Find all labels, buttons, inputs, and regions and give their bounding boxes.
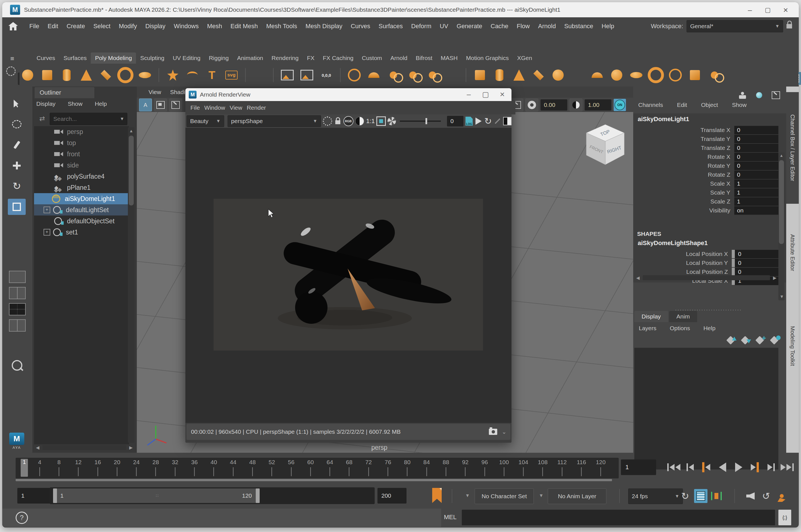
shelf-icon-poly-disc[interactable]	[137, 67, 153, 83]
timeline-tick-116[interactable]: 116	[577, 459, 586, 476]
outliner-item-defaultobjectset[interactable]: + defaultObjectSet	[34, 215, 129, 227]
layer-tab-display[interactable]: Display	[634, 311, 668, 322]
shelf-icon-quad-draw[interactable]	[570, 67, 586, 83]
render-view-area[interactable]	[185, 128, 511, 423]
anim-layer-caret[interactable]: ▼	[539, 493, 544, 498]
camera-attributes-icon[interactable]	[169, 98, 182, 111]
channel-box-scrollbar[interactable]: ▲	[778, 152, 784, 300]
exposure-value-field[interactable]: 0	[447, 116, 463, 127]
shelf-tab-curves[interactable]: Curves	[32, 53, 59, 64]
display-layer-list[interactable]	[634, 348, 778, 470]
shelf-icon-nurbs-circle[interactable]	[346, 67, 362, 83]
menu-item-arnold[interactable]: Arnold	[534, 20, 560, 32]
alpha-channel-icon[interactable]	[355, 116, 364, 127]
shelf-icon-smooth[interactable]	[609, 67, 625, 83]
channel-row-visibility[interactable]: Visibility on	[633, 206, 778, 215]
timeline-tick-68[interactable]: 68	[346, 459, 352, 476]
time-slider[interactable]: 1 48121620242832364044485256606468727680…	[16, 458, 619, 478]
menu-item-edit[interactable]: Edit	[43, 20, 62, 32]
ab-compare-icon[interactable]	[503, 116, 511, 127]
log-display-icon[interactable]: LOG	[465, 116, 473, 127]
shelf-icon-poly-torus[interactable]	[117, 67, 133, 83]
timeline-tick-40[interactable]: 40	[210, 459, 217, 476]
menu-item-flow[interactable]: Flow	[513, 20, 534, 32]
move-layer-up-icon[interactable]	[726, 336, 737, 345]
layout-persp-outliner-button[interactable]	[9, 319, 26, 331]
shelf-icon-poly-cube[interactable]	[39, 67, 55, 83]
current-frame-field[interactable]: 1	[621, 459, 656, 475]
outliner-item-persp[interactable]: + persp	[34, 126, 129, 137]
crop-region-icon[interactable]	[376, 116, 386, 127]
expand-icon[interactable]: +	[43, 229, 50, 235]
isolate-selected-icon[interactable]	[493, 116, 501, 127]
expand-icon[interactable]: +	[43, 207, 50, 213]
step-back-frame-button[interactable]	[682, 459, 698, 475]
range-start-handle[interactable]	[53, 489, 57, 503]
current-time-indicator[interactable]: 1	[21, 459, 28, 477]
outliner-item-pplane1[interactable]: + pPlane1	[34, 182, 129, 193]
timeline-tick-64[interactable]: 64	[327, 459, 333, 476]
minimize-button[interactable]	[744, 4, 756, 16]
channel-box-menu-channels[interactable]: Channels	[637, 100, 664, 110]
outliner-horizontal-scrollbar[interactable]: ◀▶	[34, 444, 134, 451]
channel-box-menu-edit[interactable]: Edit	[676, 100, 688, 110]
timeline-tick-108[interactable]: 108	[538, 459, 547, 476]
timeline-tick-80[interactable]: 80	[404, 459, 410, 476]
menu-item-windows[interactable]: Windows	[170, 20, 203, 32]
start-render-icon[interactable]	[474, 116, 482, 127]
outliner-menu-show[interactable]: Show	[67, 99, 84, 109]
script-editor-button[interactable]: {;}	[778, 510, 791, 525]
channel-row-local-position-y[interactable]: Local Position Y 0	[633, 259, 778, 267]
menu-item-generate[interactable]: Generate	[452, 20, 487, 32]
shelf-tab-rigging[interactable]: Rigging	[205, 53, 233, 64]
menu-item-create[interactable]: Create	[62, 20, 89, 32]
playback-sync-icon[interactable]	[759, 489, 773, 503]
timeline-tick-20[interactable]: 20	[114, 459, 120, 476]
range-end-handle[interactable]	[256, 489, 260, 503]
channel-row-translate-x[interactable]: Translate X 0	[633, 126, 778, 135]
menu-item-substance[interactable]: Substance	[560, 20, 597, 32]
playback-range-bar[interactable]: 1 ∷ 120	[53, 489, 260, 503]
menu-item-deform[interactable]: Deform	[407, 20, 435, 32]
shelf-tab-poly-modeling[interactable]: Poly Modeling	[91, 53, 136, 64]
shelf-icon-sculpt[interactable]	[628, 67, 645, 83]
shelf-icon-poly-sphere[interactable]	[20, 67, 36, 83]
outliner-item-aiskydomelight1[interactable]: + aiSkyDomeLight1	[34, 193, 129, 204]
outliner-item-defaultlightset[interactable]: + defaultLightSet	[34, 204, 129, 215]
timeline-tick-32[interactable]: 32	[172, 459, 178, 476]
mute-audio-icon[interactable]	[744, 489, 757, 503]
arnold-title-bar[interactable]: M Arnold RenderView – ▢ ×	[185, 88, 511, 101]
shelf-icon-wire-torus[interactable]	[648, 67, 664, 83]
step-forward-frame-button[interactable]	[763, 459, 779, 475]
shelf-tab-mash[interactable]: MASH	[437, 53, 462, 64]
timeline-tick-76[interactable]: 76	[385, 459, 391, 476]
channel-row-translate-y[interactable]: Translate Y 0	[633, 135, 778, 144]
layer-menu-layers[interactable]: Layers	[638, 323, 657, 333]
timeline-tick-72[interactable]: 72	[365, 459, 372, 476]
menu-item-mesh-tools[interactable]: Mesh Tools	[262, 20, 301, 32]
home-icon[interactable]	[8, 22, 18, 31]
loop-playback-icon[interactable]	[678, 489, 692, 503]
shelf-tab-arnold[interactable]: Arnold	[386, 53, 411, 64]
maximize-button[interactable]	[761, 4, 774, 16]
channel-row-scale-y[interactable]: Scale Y 1	[633, 188, 778, 197]
shelf-icon-bevel[interactable]	[472, 67, 488, 83]
outliner-filter-icon[interactable]: ⇄	[36, 113, 48, 125]
help-icon[interactable]: ?	[16, 512, 28, 524]
exposure-slider[interactable]	[400, 120, 441, 122]
channel-row-scale-z[interactable]: Scale Z 1	[633, 197, 778, 206]
menu-item-edit-mesh[interactable]: Edit Mesh	[226, 20, 262, 32]
shelf-icon-free-image-plane[interactable]	[299, 67, 315, 83]
timeline-tick-104[interactable]: 104	[519, 459, 528, 476]
shelf-icon-super-shape[interactable]	[165, 67, 181, 83]
outliner-item-top[interactable]: + top	[34, 137, 129, 149]
menu-item-uv[interactable]: UV	[435, 20, 452, 32]
command-input[interactable]	[462, 510, 621, 525]
layer-tab-anim[interactable]: Anim	[669, 311, 697, 322]
menu-item-select[interactable]: Select	[89, 20, 114, 32]
clamp-range-icon[interactable]	[710, 489, 723, 503]
shelf-tab-sculpting[interactable]: Sculpting	[136, 53, 168, 64]
channel-row-rotate-z[interactable]: Rotate Z 0	[633, 170, 778, 179]
channel-value-field[interactable]: 0	[732, 250, 778, 259]
view-cube[interactable]: TOP FRONT RIGHT	[583, 123, 628, 169]
